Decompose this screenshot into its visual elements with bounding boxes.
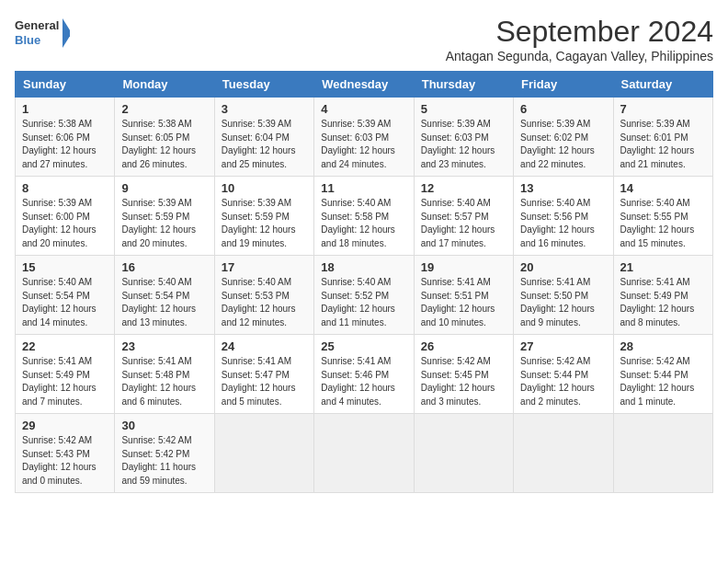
page-header: General Blue September 2024 Antagan Segu… [15, 15, 713, 63]
week-row-2: 8 Sunrise: 5:39 AM Sunset: 6:00 PM Dayli… [16, 177, 713, 256]
day-number: 10 [222, 181, 307, 195]
day-info: Sunrise: 5:39 AM Sunset: 6:01 PM Dayligh… [620, 118, 706, 171]
day-number: 5 [421, 102, 506, 116]
day-info: Sunrise: 5:40 AM Sunset: 5:58 PM Dayligh… [321, 197, 406, 250]
day-info: Sunrise: 5:42 AM Sunset: 5:44 PM Dayligh… [520, 355, 606, 408]
table-cell: 9 Sunrise: 5:39 AM Sunset: 5:59 PM Dayli… [115, 177, 214, 256]
day-info: Sunrise: 5:40 AM Sunset: 5:57 PM Dayligh… [421, 197, 506, 250]
day-info: Sunrise: 5:41 AM Sunset: 5:51 PM Dayligh… [421, 276, 506, 329]
header-wednesday: Wednesday [314, 72, 414, 98]
calendar-table: Sunday Monday Tuesday Wednesday Thursday… [15, 71, 713, 493]
table-cell: 15 Sunrise: 5:40 AM Sunset: 5:54 PM Dayl… [16, 256, 115, 335]
table-cell: 21 Sunrise: 5:41 AM Sunset: 5:49 PM Dayl… [613, 256, 712, 335]
day-number: 24 [222, 339, 307, 353]
day-info: Sunrise: 5:42 AM Sunset: 5:43 PM Dayligh… [22, 434, 108, 488]
day-number: 7 [620, 102, 706, 116]
table-cell: 28 Sunrise: 5:42 AM Sunset: 5:44 PM Dayl… [613, 335, 712, 414]
table-cell: 6 Sunrise: 5:39 AM Sunset: 6:02 PM Dayli… [514, 98, 613, 177]
table-cell: 5 Sunrise: 5:39 AM Sunset: 6:03 PM Dayli… [414, 98, 513, 177]
header-monday: Monday [115, 72, 214, 98]
week-row-3: 15 Sunrise: 5:40 AM Sunset: 5:54 PM Dayl… [16, 256, 713, 335]
day-number: 14 [620, 181, 706, 195]
header-tuesday: Tuesday [214, 72, 313, 98]
day-info: Sunrise: 5:38 AM Sunset: 6:05 PM Dayligh… [121, 118, 207, 171]
table-cell: 1 Sunrise: 5:38 AM Sunset: 6:06 PM Dayli… [16, 98, 115, 177]
table-cell: 18 Sunrise: 5:40 AM Sunset: 5:52 PM Dayl… [314, 256, 414, 335]
table-cell [314, 414, 414, 493]
table-cell: 29 Sunrise: 5:42 AM Sunset: 5:43 PM Dayl… [16, 414, 115, 493]
table-cell: 19 Sunrise: 5:41 AM Sunset: 5:51 PM Dayl… [414, 256, 513, 335]
day-info: Sunrise: 5:39 AM Sunset: 5:59 PM Dayligh… [121, 197, 207, 250]
day-number: 18 [321, 260, 406, 274]
day-info: Sunrise: 5:40 AM Sunset: 5:54 PM Dayligh… [22, 276, 108, 329]
day-number: 13 [520, 181, 606, 195]
table-cell: 11 Sunrise: 5:40 AM Sunset: 5:58 PM Dayl… [314, 177, 414, 256]
main-title: September 2024 [446, 15, 713, 49]
day-number: 17 [222, 260, 307, 274]
day-number: 26 [421, 339, 506, 353]
day-number: 2 [121, 102, 207, 116]
table-cell: 10 Sunrise: 5:39 AM Sunset: 5:59 PM Dayl… [214, 177, 313, 256]
header-row: Sunday Monday Tuesday Wednesday Thursday… [16, 72, 713, 98]
day-info: Sunrise: 5:42 AM Sunset: 5:44 PM Dayligh… [620, 355, 706, 408]
table-cell: 14 Sunrise: 5:40 AM Sunset: 5:55 PM Dayl… [613, 177, 712, 256]
svg-text:General: General [15, 18, 59, 32]
table-cell: 2 Sunrise: 5:38 AM Sunset: 6:05 PM Dayli… [115, 98, 214, 177]
day-number: 20 [520, 260, 606, 274]
day-info: Sunrise: 5:39 AM Sunset: 6:00 PM Dayligh… [22, 197, 108, 250]
table-cell: 12 Sunrise: 5:40 AM Sunset: 5:57 PM Dayl… [414, 177, 513, 256]
header-friday: Friday [514, 72, 613, 98]
table-cell: 4 Sunrise: 5:39 AM Sunset: 6:03 PM Dayli… [314, 98, 414, 177]
day-info: Sunrise: 5:41 AM Sunset: 5:48 PM Dayligh… [121, 355, 207, 408]
day-number: 27 [520, 339, 606, 353]
day-number: 30 [121, 419, 207, 432]
day-number: 16 [121, 260, 207, 274]
day-info: Sunrise: 5:40 AM Sunset: 5:56 PM Dayligh… [520, 197, 606, 250]
day-number: 1 [22, 102, 108, 116]
day-info: Sunrise: 5:41 AM Sunset: 5:49 PM Dayligh… [22, 355, 108, 408]
day-number: 23 [121, 339, 207, 353]
day-info: Sunrise: 5:41 AM Sunset: 5:49 PM Dayligh… [620, 276, 706, 329]
table-cell: 13 Sunrise: 5:40 AM Sunset: 5:56 PM Dayl… [514, 177, 613, 256]
table-cell [214, 414, 313, 493]
svg-marker-2 [63, 18, 70, 48]
table-cell: 24 Sunrise: 5:41 AM Sunset: 5:47 PM Dayl… [214, 335, 313, 414]
day-info: Sunrise: 5:39 AM Sunset: 6:04 PM Dayligh… [222, 118, 307, 171]
header-saturday: Saturday [613, 72, 712, 98]
table-cell: 7 Sunrise: 5:39 AM Sunset: 6:01 PM Dayli… [613, 98, 712, 177]
table-cell: 17 Sunrise: 5:40 AM Sunset: 5:53 PM Dayl… [214, 256, 313, 335]
table-cell: 3 Sunrise: 5:39 AM Sunset: 6:04 PM Dayli… [214, 98, 313, 177]
table-cell: 22 Sunrise: 5:41 AM Sunset: 5:49 PM Dayl… [16, 335, 115, 414]
day-number: 19 [421, 260, 506, 274]
day-info: Sunrise: 5:39 AM Sunset: 6:02 PM Dayligh… [520, 118, 606, 171]
day-info: Sunrise: 5:39 AM Sunset: 6:03 PM Dayligh… [421, 118, 506, 171]
table-cell [514, 414, 613, 493]
day-number: 9 [121, 181, 207, 195]
table-cell: 16 Sunrise: 5:40 AM Sunset: 5:54 PM Dayl… [115, 256, 214, 335]
table-cell [613, 414, 712, 493]
table-cell [414, 414, 513, 493]
day-number: 28 [620, 339, 706, 353]
table-cell: 8 Sunrise: 5:39 AM Sunset: 6:00 PM Dayli… [16, 177, 115, 256]
day-number: 4 [321, 102, 406, 116]
day-number: 12 [421, 181, 506, 195]
svg-text:Blue: Blue [15, 33, 40, 47]
day-number: 8 [22, 181, 108, 195]
logo-svg: General Blue [15, 15, 70, 52]
logo: General Blue [15, 15, 70, 52]
day-info: Sunrise: 5:40 AM Sunset: 5:53 PM Dayligh… [222, 276, 307, 329]
week-row-5: 29 Sunrise: 5:42 AM Sunset: 5:43 PM Dayl… [16, 414, 713, 493]
day-info: Sunrise: 5:40 AM Sunset: 5:52 PM Dayligh… [321, 276, 406, 329]
day-info: Sunrise: 5:40 AM Sunset: 5:55 PM Dayligh… [620, 197, 706, 250]
week-row-1: 1 Sunrise: 5:38 AM Sunset: 6:06 PM Dayli… [16, 98, 713, 177]
table-cell: 27 Sunrise: 5:42 AM Sunset: 5:44 PM Dayl… [514, 335, 613, 414]
day-number: 29 [22, 419, 108, 432]
day-number: 21 [620, 260, 706, 274]
day-info: Sunrise: 5:38 AM Sunset: 6:06 PM Dayligh… [22, 118, 108, 171]
day-number: 22 [22, 339, 108, 353]
day-info: Sunrise: 5:41 AM Sunset: 5:47 PM Dayligh… [222, 355, 307, 408]
week-row-4: 22 Sunrise: 5:41 AM Sunset: 5:49 PM Dayl… [16, 335, 713, 414]
day-info: Sunrise: 5:39 AM Sunset: 6:03 PM Dayligh… [321, 118, 406, 171]
day-number: 25 [321, 339, 406, 353]
table-cell: 26 Sunrise: 5:42 AM Sunset: 5:45 PM Dayl… [414, 335, 513, 414]
